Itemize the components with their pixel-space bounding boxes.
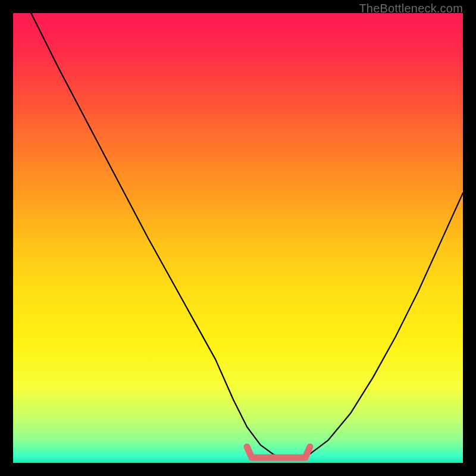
plot-area bbox=[13, 13, 463, 463]
bottleneck-curve bbox=[13, 13, 463, 463]
chart-frame: TheBottleneck.com bbox=[0, 0, 476, 476]
optimal-flat-region bbox=[247, 447, 310, 458]
